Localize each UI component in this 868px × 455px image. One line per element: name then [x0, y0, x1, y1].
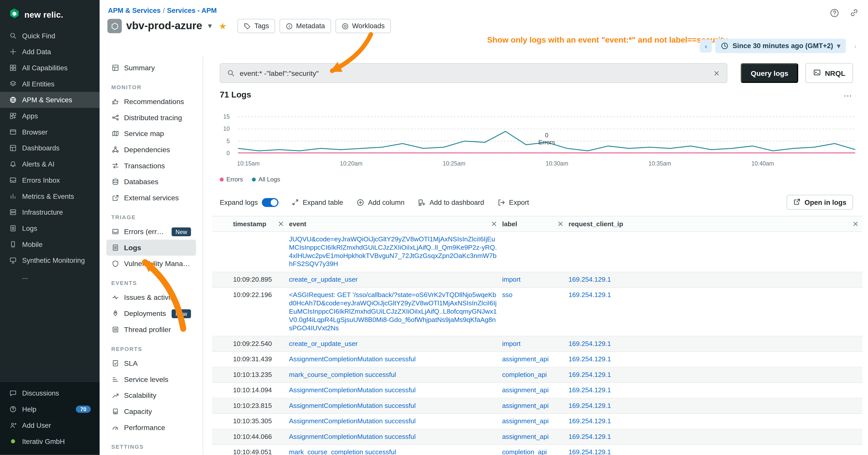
- log-ip-link[interactable]: 169.254.129.1: [568, 448, 611, 455]
- log-ip-link[interactable]: 169.254.129.1: [568, 417, 611, 425]
- time-range-button[interactable]: Since 30 minutes ago (GMT+2) ▾: [715, 39, 846, 53]
- clear-query-icon[interactable]: [713, 69, 720, 77]
- log-event-link[interactable]: JUQVU&code=eyJraWQiOiJjcGltY29yZV8wOTl1M…: [289, 235, 497, 268]
- log-label-link[interactable]: assignment_api: [502, 417, 549, 425]
- sidebar-item-apm-services[interactable]: APM & Services: [0, 92, 99, 108]
- log-label-link[interactable]: completion_api: [502, 448, 547, 455]
- sidebar-item-synthetic-monitoring[interactable]: Synthetic Monitoring: [0, 253, 99, 268]
- favorite-star-icon[interactable]: ★: [219, 21, 227, 31]
- breadcrumb-link-apm[interactable]: APM & Services: [108, 6, 160, 14]
- log-event-link[interactable]: AssignmentCompletionMutation successful: [289, 355, 415, 363]
- log-row[interactable]: 10:09:20.895create_or_update_userimport1…: [212, 272, 863, 288]
- legend-item-all-logs[interactable]: All Logs: [252, 176, 280, 183]
- chart-menu-icon[interactable]: ⋯: [843, 91, 852, 101]
- add-to-dashboard-button[interactable]: Add to dashboard: [418, 198, 484, 206]
- sidebar-footer-item-discussions[interactable]: Discussions: [0, 385, 99, 401]
- sidebar-item-metrics-events[interactable]: Metrics & Events: [0, 188, 99, 204]
- subnav-item-service-levels[interactable]: Service levels: [106, 371, 196, 388]
- subnav-item-external-services[interactable]: External services: [106, 190, 196, 206]
- log-row[interactable]: 10:10:49.051mark_course_completion succe…: [212, 445, 863, 455]
- sidebar-item-infrastructure[interactable]: Infrastructure: [0, 204, 99, 220]
- log-event-link[interactable]: mark_course_completion successful: [289, 448, 396, 455]
- expand-logs-toggle[interactable]: [261, 198, 278, 206]
- log-event-link[interactable]: AssignmentCompletionMutation successful: [289, 433, 415, 441]
- subnav-item-service-map[interactable]: Service map: [106, 126, 196, 142]
- sidebar-item-all-entities[interactable]: All Entities: [0, 76, 99, 92]
- entity-name[interactable]: vbv-prod-azure: [126, 20, 202, 32]
- subnav-item-logs[interactable]: Logs: [106, 239, 196, 256]
- log-label-link[interactable]: sso: [502, 291, 513, 299]
- remove-column-icon[interactable]: [852, 220, 859, 228]
- log-row[interactable]: 10:10:35.305AssignmentCompletionMutation…: [212, 414, 863, 429]
- subnav-item-scalability[interactable]: Scalability: [106, 387, 196, 403]
- log-event-link[interactable]: create_or_update_user: [289, 340, 358, 348]
- log-row[interactable]: 10:10:23.815AssignmentCompletionMutation…: [212, 398, 863, 414]
- entity-chevron-down-icon[interactable]: ▼: [207, 22, 213, 30]
- log-row[interactable]: 10:09:22.196<ASGIRequest: GET '/sso/call…: [212, 288, 863, 336]
- subnav-item-issues-activity[interactable]: Issues & activity: [106, 290, 196, 305]
- log-row[interactable]: 10:10:13.235mark_course_completion succe…: [212, 367, 863, 383]
- log-ip-link[interactable]: 169.254.129.1: [568, 291, 611, 299]
- export-button[interactable]: Export: [497, 198, 529, 206]
- log-query-input[interactable]: event:* -"label":"security": [220, 63, 727, 83]
- subnav-item-capacity[interactable]: Capacity: [106, 403, 196, 420]
- log-ip-link[interactable]: 169.254.129.1: [568, 355, 611, 363]
- add-column-button[interactable]: Add column: [356, 198, 404, 206]
- subnav-item-summary[interactable]: Summary: [106, 60, 196, 76]
- nrql-button[interactable]: NRQL: [806, 63, 853, 83]
- sidebar-item-errors-inbox[interactable]: Errors Inbox: [0, 172, 99, 188]
- breadcrumb-link-services[interactable]: Services - APM: [167, 6, 217, 14]
- help-icon[interactable]: [828, 6, 840, 19]
- column-header-label[interactable]: label: [501, 217, 567, 231]
- log-ip-link[interactable]: 169.254.129.1: [568, 433, 611, 441]
- expand-table-button[interactable]: Expand table: [291, 198, 343, 206]
- column-header-request-client-ip[interactable]: request_client_ip: [567, 217, 863, 231]
- open-in-logs-button[interactable]: Open in logs: [787, 195, 853, 209]
- remove-column-icon[interactable]: [557, 220, 564, 228]
- subnav-item-recommendations[interactable]: Recommendations: [106, 94, 196, 109]
- column-header-event[interactable]: event: [288, 217, 501, 231]
- subnav-item-deployments[interactable]: DeploymentsNew: [106, 305, 196, 322]
- query-logs-button[interactable]: Query logs: [741, 63, 798, 83]
- subnav-item-transactions[interactable]: Transactions: [106, 158, 196, 174]
- log-label-link[interactable]: import: [502, 340, 521, 348]
- sidebar-footer-item-add-user[interactable]: Add User: [0, 417, 99, 433]
- log-label-link[interactable]: assignment_api: [502, 433, 549, 441]
- subnav-item-sla[interactable]: SLA: [106, 355, 196, 371]
- subnav-item-errors-errors-inb[interactable]: Errors (errors inb...New: [106, 224, 196, 239]
- log-label-link[interactable]: assignment_api: [502, 402, 549, 410]
- subnav-item-vulnerability-management[interactable]: Vulnerability Management: [106, 256, 196, 272]
- log-row[interactable]: 10:09:31.439AssignmentCompletionMutation…: [212, 352, 863, 367]
- metadata-button[interactable]: Metadata: [279, 19, 331, 33]
- sidebar-item-alerts-ai[interactable]: Alerts & AI: [0, 156, 99, 172]
- log-event-link[interactable]: <ASGIRequest: GET '/sso/callback/?state=…: [289, 291, 497, 332]
- tags-button[interactable]: Tags: [238, 19, 275, 33]
- time-back-chevron-icon[interactable]: ‹: [700, 39, 712, 53]
- subnav-item-thread-profiler[interactable]: Thread profiler: [106, 322, 196, 337]
- sidebar-item-dashboards[interactable]: Dashboards: [0, 140, 99, 156]
- subnav-item-dependencies[interactable]: Dependencies: [106, 141, 196, 158]
- sidebar-item-quick-find[interactable]: Quick Find: [0, 28, 99, 44]
- subnav-item-performance[interactable]: Performance: [106, 420, 196, 435]
- sidebar-item-add-data[interactable]: Add Data: [0, 44, 99, 60]
- log-ip-link[interactable]: 169.254.129.1: [568, 386, 611, 394]
- log-ip-link[interactable]: 169.254.129.1: [568, 402, 611, 410]
- log-event-link[interactable]: AssignmentCompletionMutation successful: [289, 386, 415, 394]
- log-ip-link[interactable]: 169.254.129.1: [568, 275, 611, 284]
- log-row[interactable]: 10:10:44.066AssignmentCompletionMutation…: [212, 429, 863, 445]
- sidebar-item-browser[interactable]: Browser: [0, 124, 99, 140]
- log-ip-link[interactable]: 169.254.129.1: [568, 371, 611, 379]
- time-forward-chevron-icon[interactable]: ›: [849, 39, 861, 53]
- log-label-link[interactable]: import: [502, 275, 521, 284]
- sidebar-item-apps[interactable]: Apps: [0, 108, 99, 124]
- log-ip-link[interactable]: 169.254.129.1: [568, 340, 611, 348]
- log-row[interactable]: JUQVU&code=eyJraWQiOiJjcGltY29yZV8wOTl1M…: [212, 232, 863, 272]
- legend-item-errors[interactable]: Errors: [220, 176, 243, 183]
- log-event-link[interactable]: AssignmentCompletionMutation successful: [289, 417, 415, 425]
- log-label-link[interactable]: assignment_api: [502, 386, 549, 394]
- sidebar-footer-item-help[interactable]: Help70: [0, 401, 99, 417]
- log-label-link[interactable]: completion_api: [502, 371, 547, 379]
- remove-column-icon[interactable]: [491, 220, 498, 228]
- sidebar-item-logs[interactable]: Logs: [0, 220, 99, 236]
- column-header-timestamp[interactable]: timestamp: [232, 217, 288, 231]
